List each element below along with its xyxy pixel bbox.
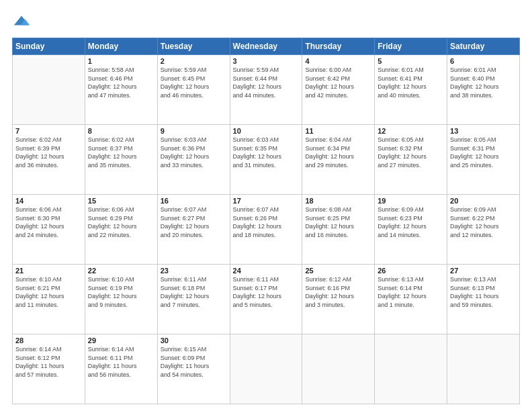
day-info: Sunrise: 6:02 AM Sunset: 6:39 PM Dayligh… xyxy=(15,136,82,169)
day-number: 22 xyxy=(88,267,154,275)
day-info: Sunrise: 6:04 AM Sunset: 6:34 PM Dayligh… xyxy=(305,136,371,169)
calendar-cell: 17Sunrise: 6:07 AM Sunset: 6:26 PM Dayli… xyxy=(230,195,302,265)
day-info: Sunrise: 6:06 AM Sunset: 6:29 PM Dayligh… xyxy=(88,205,154,239)
day-info: Sunrise: 6:15 AM Sunset: 6:09 PM Dayligh… xyxy=(161,345,227,379)
calendar-cell: 22Sunrise: 6:10 AM Sunset: 6:19 PM Dayli… xyxy=(85,265,157,334)
calendar-cell: 13Sunrise: 6:05 AM Sunset: 6:31 PM Dayli… xyxy=(447,125,520,195)
calendar-week-row: 14Sunrise: 6:06 AM Sunset: 6:30 PM Dayli… xyxy=(13,195,520,265)
day-info: Sunrise: 6:10 AM Sunset: 6:21 PM Dayligh… xyxy=(15,275,82,309)
day-info: Sunrise: 6:05 AM Sunset: 6:32 PM Dayligh… xyxy=(378,136,444,169)
day-info: Sunrise: 6:08 AM Sunset: 6:25 PM Dayligh… xyxy=(305,205,371,239)
day-number: 17 xyxy=(233,197,300,205)
calendar-cell: 18Sunrise: 6:08 AM Sunset: 6:25 PM Dayli… xyxy=(302,195,375,265)
day-number: 7 xyxy=(15,127,82,135)
day-number: 13 xyxy=(450,127,517,135)
calendar-cell: 2Sunrise: 5:59 AM Sunset: 6:45 PM Daylig… xyxy=(157,55,230,125)
calendar-cell: 8Sunrise: 6:02 AM Sunset: 6:37 PM Daylig… xyxy=(85,125,157,195)
weekday-header-tuesday: Tuesday xyxy=(157,38,230,55)
calendar-cell: 23Sunrise: 6:11 AM Sunset: 6:18 PM Dayli… xyxy=(157,265,230,334)
calendar-cell: 11Sunrise: 6:04 AM Sunset: 6:34 PM Dayli… xyxy=(302,125,375,195)
day-number: 28 xyxy=(15,336,82,345)
calendar-week-row: 1Sunrise: 5:58 AM Sunset: 6:46 PM Daylig… xyxy=(13,55,520,125)
calendar-cell: 10Sunrise: 6:03 AM Sunset: 6:35 PM Dayli… xyxy=(230,125,302,195)
day-number: 27 xyxy=(450,267,517,275)
day-info: Sunrise: 6:14 AM Sunset: 6:12 PM Dayligh… xyxy=(15,345,82,379)
day-number: 8 xyxy=(88,127,154,135)
calendar-cell: 12Sunrise: 6:05 AM Sunset: 6:32 PM Dayli… xyxy=(375,125,447,195)
weekday-header-thursday: Thursday xyxy=(302,38,375,55)
day-info: Sunrise: 6:10 AM Sunset: 6:19 PM Dayligh… xyxy=(88,275,154,309)
calendar-cell: 3Sunrise: 5:59 AM Sunset: 6:44 PM Daylig… xyxy=(230,55,302,125)
calendar-cell: 21Sunrise: 6:10 AM Sunset: 6:21 PM Dayli… xyxy=(13,265,85,334)
calendar-cell: 25Sunrise: 6:12 AM Sunset: 6:16 PM Dayli… xyxy=(302,265,375,334)
day-info: Sunrise: 6:13 AM Sunset: 6:13 PM Dayligh… xyxy=(450,275,517,309)
day-number: 9 xyxy=(161,127,227,135)
calendar-week-row: 28Sunrise: 6:14 AM Sunset: 6:12 PM Dayli… xyxy=(13,334,520,404)
calendar-cell: 16Sunrise: 6:07 AM Sunset: 6:27 PM Dayli… xyxy=(157,195,230,265)
weekday-header-row: SundayMondayTuesdayWednesdayThursdayFrid… xyxy=(13,38,520,55)
day-info: Sunrise: 6:07 AM Sunset: 6:26 PM Dayligh… xyxy=(233,205,300,239)
day-info: Sunrise: 6:01 AM Sunset: 6:41 PM Dayligh… xyxy=(378,66,444,99)
calendar-week-row: 21Sunrise: 6:10 AM Sunset: 6:21 PM Dayli… xyxy=(13,265,520,334)
day-number: 12 xyxy=(378,127,444,135)
day-number: 26 xyxy=(378,267,444,275)
calendar-cell xyxy=(375,334,447,404)
calendar-cell: 15Sunrise: 6:06 AM Sunset: 6:29 PM Dayli… xyxy=(85,195,157,265)
day-info: Sunrise: 5:58 AM Sunset: 6:46 PM Dayligh… xyxy=(88,66,154,99)
day-info: Sunrise: 6:02 AM Sunset: 6:37 PM Dayligh… xyxy=(88,136,154,169)
calendar-cell: 30Sunrise: 6:15 AM Sunset: 6:09 PM Dayli… xyxy=(157,334,230,404)
calendar-cell: 1Sunrise: 5:58 AM Sunset: 6:46 PM Daylig… xyxy=(85,55,157,125)
calendar-cell: 19Sunrise: 6:09 AM Sunset: 6:23 PM Dayli… xyxy=(375,195,447,265)
day-number: 24 xyxy=(233,267,300,275)
day-number: 20 xyxy=(450,197,517,205)
day-info: Sunrise: 6:09 AM Sunset: 6:22 PM Dayligh… xyxy=(450,205,517,239)
calendar-cell: 20Sunrise: 6:09 AM Sunset: 6:22 PM Dayli… xyxy=(447,195,520,265)
day-number: 18 xyxy=(305,197,371,205)
day-number: 21 xyxy=(15,267,82,275)
day-info: Sunrise: 5:59 AM Sunset: 6:44 PM Dayligh… xyxy=(233,66,300,99)
day-info: Sunrise: 6:01 AM Sunset: 6:40 PM Dayligh… xyxy=(450,66,517,99)
weekday-header-saturday: Saturday xyxy=(447,38,520,55)
day-number: 29 xyxy=(88,336,154,345)
day-number: 11 xyxy=(305,127,371,135)
calendar-cell: 26Sunrise: 6:13 AM Sunset: 6:14 PM Dayli… xyxy=(375,265,447,334)
day-number: 23 xyxy=(161,267,227,275)
logo xyxy=(12,12,34,31)
calendar-cell: 5Sunrise: 6:01 AM Sunset: 6:41 PM Daylig… xyxy=(375,55,447,125)
day-info: Sunrise: 6:12 AM Sunset: 6:16 PM Dayligh… xyxy=(305,275,371,309)
weekday-header-monday: Monday xyxy=(85,38,157,55)
calendar-week-row: 7Sunrise: 6:02 AM Sunset: 6:39 PM Daylig… xyxy=(13,125,520,195)
day-info: Sunrise: 6:11 AM Sunset: 6:17 PM Dayligh… xyxy=(233,275,300,309)
page: SundayMondayTuesdayWednesdayThursdayFrid… xyxy=(0,0,532,411)
calendar-cell xyxy=(230,334,302,404)
day-info: Sunrise: 6:06 AM Sunset: 6:30 PM Dayligh… xyxy=(15,205,82,239)
day-info: Sunrise: 6:11 AM Sunset: 6:18 PM Dayligh… xyxy=(161,275,227,309)
day-info: Sunrise: 6:00 AM Sunset: 6:42 PM Dayligh… xyxy=(305,66,371,99)
calendar-cell xyxy=(302,334,375,404)
day-number: 14 xyxy=(15,197,82,205)
calendar-cell: 4Sunrise: 6:00 AM Sunset: 6:42 PM Daylig… xyxy=(302,55,375,125)
day-number: 25 xyxy=(305,267,371,275)
day-number: 4 xyxy=(305,57,371,65)
day-number: 19 xyxy=(378,197,444,205)
header xyxy=(12,12,520,31)
calendar-cell: 14Sunrise: 6:06 AM Sunset: 6:30 PM Dayli… xyxy=(13,195,85,265)
day-number: 10 xyxy=(233,127,300,135)
calendar-cell: 9Sunrise: 6:03 AM Sunset: 6:36 PM Daylig… xyxy=(157,125,230,195)
day-info: Sunrise: 5:59 AM Sunset: 6:45 PM Dayligh… xyxy=(161,66,227,99)
day-number: 6 xyxy=(450,57,517,65)
day-info: Sunrise: 6:13 AM Sunset: 6:14 PM Dayligh… xyxy=(378,275,444,309)
calendar-table: SundayMondayTuesdayWednesdayThursdayFrid… xyxy=(12,38,520,404)
calendar-cell: 6Sunrise: 6:01 AM Sunset: 6:40 PM Daylig… xyxy=(447,55,520,125)
day-info: Sunrise: 6:05 AM Sunset: 6:31 PM Dayligh… xyxy=(450,136,517,169)
calendar-cell: 28Sunrise: 6:14 AM Sunset: 6:12 PM Dayli… xyxy=(13,334,85,404)
weekday-header-friday: Friday xyxy=(375,38,447,55)
calendar-cell xyxy=(447,334,520,404)
day-info: Sunrise: 6:03 AM Sunset: 6:36 PM Dayligh… xyxy=(161,136,227,169)
day-number: 15 xyxy=(88,197,154,205)
weekday-header-wednesday: Wednesday xyxy=(230,38,302,55)
calendar-cell xyxy=(13,55,85,125)
calendar-cell: 24Sunrise: 6:11 AM Sunset: 6:17 PM Dayli… xyxy=(230,265,302,334)
weekday-header-sunday: Sunday xyxy=(13,38,85,55)
day-info: Sunrise: 6:09 AM Sunset: 6:23 PM Dayligh… xyxy=(378,205,444,239)
